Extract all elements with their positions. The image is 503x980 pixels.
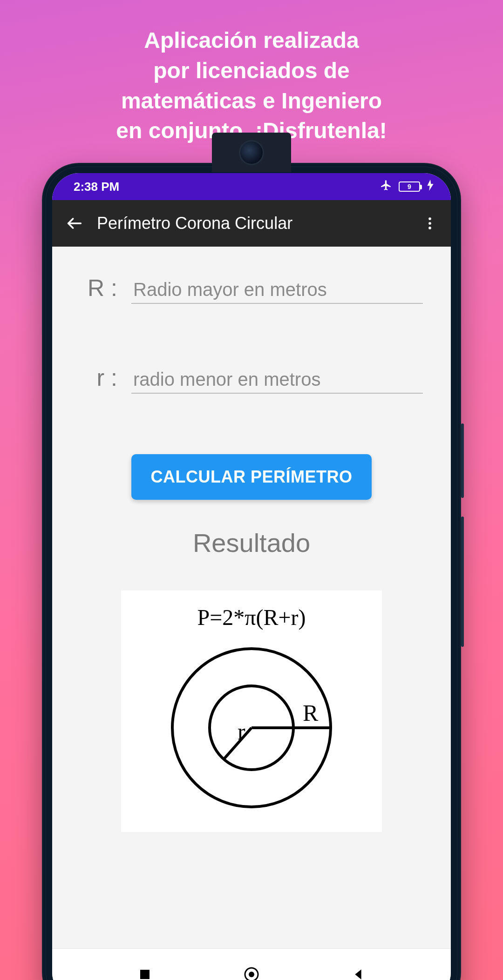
promo-text: Aplicación realizada por licenciados de … <box>0 0 503 146</box>
phone-side-button <box>461 517 464 647</box>
phone-camera <box>212 133 291 172</box>
result-label: Resultado <box>193 528 310 558</box>
svg-rect-8 <box>140 970 150 979</box>
calculate-button[interactable]: CALCULAR PERÍMETRO <box>131 454 372 500</box>
nav-recent-button[interactable] <box>131 960 159 980</box>
field-label-r: r : <box>80 364 117 391</box>
nav-back-button[interactable] <box>344 960 372 980</box>
field-row-major-radius: R : <box>80 275 423 304</box>
promo-line: Aplicación realizada <box>42 26 461 56</box>
more-icon[interactable] <box>422 215 438 231</box>
battery-icon: 9 <box>399 181 420 192</box>
back-icon[interactable] <box>65 214 84 233</box>
annulus-diagram-icon: R r <box>163 639 340 816</box>
svg-point-3 <box>428 227 431 229</box>
formula-text: P=2*π(R+r) <box>130 604 373 630</box>
phone-frame: 2:38 PM 9 Perímetro Corona Circular <box>42 163 461 980</box>
svg-point-2 <box>428 222 431 225</box>
content-area: R : r : CALCULAR PERÍMETRO Resultado P=2… <box>52 247 451 948</box>
charging-icon <box>427 180 434 194</box>
field-label-R: R : <box>80 275 117 302</box>
diagram-label-r: r <box>238 718 245 745</box>
minor-radius-input[interactable] <box>131 366 423 394</box>
formula-diagram: P=2*π(R+r) R r <box>121 591 382 832</box>
phone-side-button <box>461 423 464 498</box>
phone-screen: 2:38 PM 9 Perímetro Corona Circular <box>52 173 451 980</box>
page-title: Perímetro Corona Circular <box>97 214 409 233</box>
status-time: 2:38 PM <box>74 180 119 194</box>
promo-line: matemáticas e Ingeniero <box>42 86 461 116</box>
system-nav-bar <box>52 948 451 980</box>
svg-point-10 <box>249 972 254 977</box>
field-row-minor-radius: r : <box>80 364 423 394</box>
status-bar: 2:38 PM 9 <box>52 173 451 200</box>
nav-home-button[interactable] <box>238 960 265 980</box>
app-bar: Perímetro Corona Circular <box>52 200 451 247</box>
major-radius-input[interactable] <box>131 276 423 304</box>
diagram-label-R: R <box>303 700 319 726</box>
airplane-mode-icon <box>380 179 392 195</box>
svg-point-1 <box>428 217 431 220</box>
promo-line: por licenciados de <box>42 56 461 86</box>
